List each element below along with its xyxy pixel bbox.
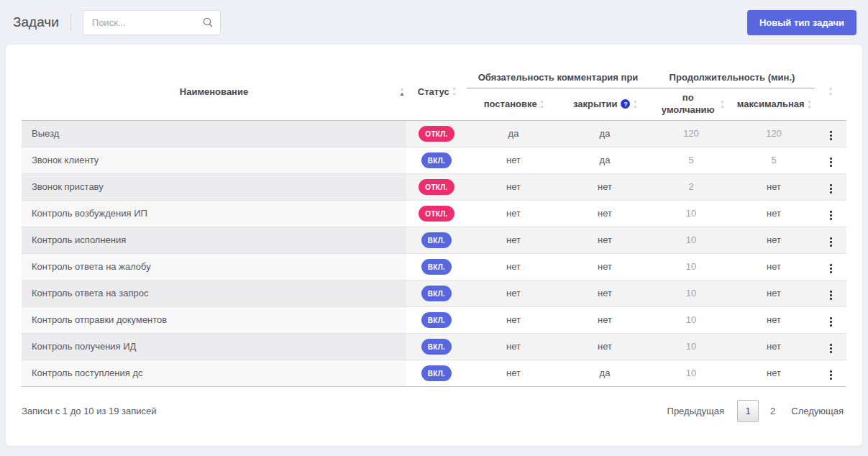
- status-badge[interactable]: ОТКЛ.: [419, 179, 454, 195]
- comment-set-cell: нет: [467, 306, 560, 333]
- pagination-prev[interactable]: Предыдущая: [664, 401, 728, 421]
- duration-max-cell: нет: [733, 360, 815, 386]
- status-badge[interactable]: ВКЛ.: [421, 365, 452, 381]
- comment-set-cell: нет: [467, 280, 560, 306]
- task-name-cell: Звонок приставу: [22, 173, 406, 200]
- status-cell: ВКЛ.: [406, 360, 467, 386]
- records-info: Записи с 1 до 10 из 19 записей: [22, 406, 157, 416]
- actions-cell: [815, 280, 846, 306]
- column-header-actions[interactable]: ▾▴: [815, 63, 846, 120]
- status-badge[interactable]: ОТКЛ.: [419, 126, 454, 142]
- search-icon[interactable]: [202, 17, 214, 31]
- row-menu-kebab-icon[interactable]: [826, 341, 836, 356]
- table-row: Контроль возбуждения ИП ОТКЛ. нет нет 10…: [22, 200, 846, 227]
- status-badge[interactable]: ОТКЛ.: [419, 206, 454, 222]
- comment-set-cell: нет: [467, 200, 560, 227]
- duration-max-cell: 5: [733, 147, 815, 173]
- duration-max-cell: нет: [733, 280, 815, 306]
- task-name-cell: Контроль ответа на жалобу: [22, 253, 406, 280]
- group-header-comment-required: Обязательность комментария при: [467, 63, 649, 88]
- status-badge[interactable]: ВКЛ.: [421, 339, 452, 355]
- status-cell: ВКЛ.: [406, 227, 467, 253]
- table-row: Выезд ОТКЛ. да да 120 120: [22, 120, 846, 147]
- comment-set-cell: нет: [467, 333, 560, 360]
- duration-default-cell: 10: [649, 280, 733, 306]
- search-box: [83, 10, 221, 35]
- duration-max-cell: нет: [733, 253, 815, 280]
- sort-icon-comment-close: ▾▴: [634, 100, 636, 109]
- status-badge[interactable]: ВКЛ.: [421, 232, 452, 248]
- new-task-type-button[interactable]: Новый тип задачи: [747, 10, 856, 35]
- comment-set-cell: нет: [467, 227, 560, 253]
- row-menu-kebab-icon[interactable]: [826, 261, 836, 276]
- column-header-comment-close[interactable]: закрытии ? ▾▴: [560, 88, 649, 120]
- task-name-cell: Контроль отправки документов: [22, 306, 406, 333]
- comment-set-cell: нет: [467, 147, 560, 173]
- duration-default-cell: 120: [649, 120, 733, 147]
- table-row: Контроль поступления дс ВКЛ. нет да 10 н…: [22, 360, 846, 386]
- column-header-comment-set[interactable]: постановке ▾▴: [467, 88, 560, 120]
- row-menu-kebab-icon[interactable]: [826, 314, 836, 329]
- column-header-duration-default[interactable]: по умолчанию ▾▴: [649, 88, 733, 120]
- group-header-duration: Продолжительность (мин.): [649, 63, 815, 88]
- comment-close-cell: нет: [560, 200, 649, 227]
- duration-default-cell: 5: [649, 147, 733, 173]
- duration-max-cell: нет: [733, 173, 815, 200]
- row-menu-kebab-icon[interactable]: [826, 288, 836, 303]
- sort-icon-duration-default: ▾▴: [721, 100, 724, 109]
- comment-close-cell: да: [560, 360, 649, 386]
- help-icon[interactable]: ?: [621, 99, 630, 109]
- pagination-page-1[interactable]: 1: [737, 400, 759, 422]
- status-badge[interactable]: ВКЛ.: [421, 286, 452, 301]
- task-name-cell: Звонок клиенту: [22, 147, 406, 173]
- comment-set-cell: нет: [467, 360, 560, 386]
- table-row: Контроль ответа на запрос ВКЛ. нет нет 1…: [22, 280, 846, 306]
- column-header-duration-max[interactable]: максимальная ▾▴: [733, 88, 815, 120]
- comment-close-cell: нет: [560, 173, 649, 200]
- row-menu-kebab-icon[interactable]: [826, 368, 836, 383]
- row-menu-kebab-icon[interactable]: [826, 208, 836, 223]
- table-row: Звонок клиенту ВКЛ. нет да 5 5: [22, 147, 846, 173]
- topbar: Задачи Новый тип задачи: [0, 0, 868, 45]
- row-menu-kebab-icon[interactable]: [826, 234, 836, 250]
- duration-default-cell: 10: [649, 200, 733, 227]
- row-menu-kebab-icon[interactable]: [826, 155, 836, 170]
- search-input[interactable]: [83, 10, 221, 35]
- task-name-cell: Контроль получения ИД: [22, 333, 406, 360]
- status-badge[interactable]: ВКЛ.: [421, 152, 452, 168]
- column-header-status[interactable]: Статус ▾▴: [406, 63, 467, 120]
- task-name-cell: Контроль исполнения: [22, 227, 406, 253]
- sort-icon-actions: ▾▴: [829, 87, 832, 96]
- column-header-name[interactable]: Наименование ▾▲: [22, 63, 406, 120]
- task-types-table: Наименование ▾▲ Статус ▾▴ Обязательность…: [22, 63, 846, 387]
- comment-set-cell: нет: [467, 253, 560, 280]
- row-menu-kebab-icon[interactable]: [826, 128, 836, 143]
- status-badge[interactable]: ВКЛ.: [421, 312, 452, 328]
- sort-icon-duration-max: ▾▴: [808, 100, 811, 109]
- comment-close-cell: нет: [560, 333, 649, 360]
- actions-cell: [815, 227, 846, 253]
- status-cell: ВКЛ.: [406, 280, 467, 306]
- row-menu-kebab-icon[interactable]: [826, 181, 836, 196]
- duration-default-cell: 10: [649, 360, 733, 386]
- comment-close-cell: нет: [560, 253, 649, 280]
- actions-cell: [815, 306, 846, 333]
- table-row: Контроль получения ИД ВКЛ. нет нет 10 не…: [22, 333, 846, 360]
- duration-default-cell: 2: [649, 173, 733, 200]
- comment-set-cell: да: [467, 120, 560, 147]
- pagination-next[interactable]: Следующая: [788, 401, 846, 421]
- task-name-cell: Контроль возбуждения ИП: [22, 200, 406, 227]
- pagination: Предыдущая 12 Следующая: [664, 400, 846, 422]
- title-divider: [70, 14, 71, 31]
- comment-close-cell: да: [560, 147, 649, 173]
- comment-close-cell: нет: [560, 227, 649, 253]
- column-header-duration-default-label: по умолчанию: [659, 92, 718, 116]
- actions-cell: [815, 147, 846, 173]
- comment-close-cell: да: [560, 120, 649, 147]
- actions-cell: [815, 173, 846, 200]
- comment-set-cell: нет: [467, 173, 560, 200]
- status-badge[interactable]: ВКЛ.: [421, 259, 452, 275]
- duration-default-cell: 10: [649, 306, 733, 333]
- sort-icon-comment-set: ▾▴: [541, 100, 544, 109]
- pagination-page-2[interactable]: 2: [767, 403, 778, 419]
